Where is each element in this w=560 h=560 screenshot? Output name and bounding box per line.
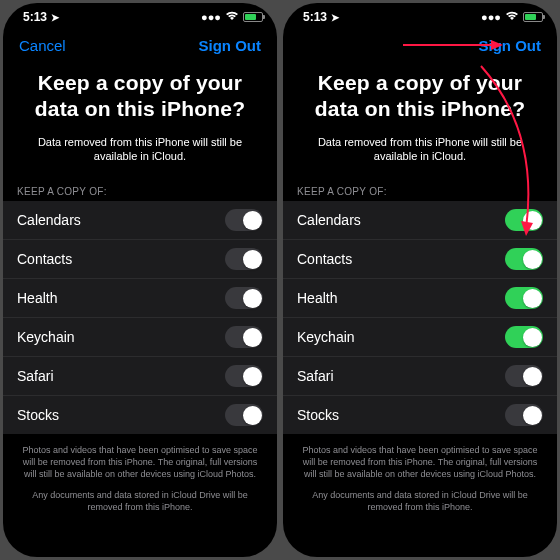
page-title: Keep a copy of your data on this iPhone?	[283, 60, 557, 135]
section-header: KEEP A COPY OF:	[283, 180, 557, 201]
section-header: KEEP A COPY OF:	[3, 180, 277, 201]
phone-left: 5:13 ➤ ●●● Cancel Sign Out Keep a copy o…	[3, 3, 277, 557]
list-item: Keychain	[283, 318, 557, 357]
toggle-switch[interactable]	[225, 365, 263, 387]
list-item: Calendars	[3, 201, 277, 240]
signout-button[interactable]: Sign Out	[199, 37, 262, 54]
item-label: Contacts	[17, 251, 72, 267]
list-item: Safari	[283, 357, 557, 396]
toggle-switch[interactable]	[505, 287, 543, 309]
toggle-switch[interactable]	[505, 365, 543, 387]
location-icon: ➤	[331, 12, 339, 23]
notch	[370, 3, 470, 21]
status-time: 5:13	[303, 10, 327, 24]
cancel-button[interactable]: Cancel	[19, 37, 66, 54]
page-subtitle: Data removed from this iPhone will still…	[283, 135, 557, 181]
toggle-switch[interactable]	[225, 287, 263, 309]
list-item: Safari	[3, 357, 277, 396]
item-label: Keychain	[17, 329, 75, 345]
list-item: Keychain	[3, 318, 277, 357]
footer-text: Photos and videos that have been optimis…	[3, 434, 277, 521]
list-item: Calendars	[283, 201, 557, 240]
list-item: Health	[283, 279, 557, 318]
location-icon: ➤	[51, 12, 59, 23]
toggle-switch[interactable]	[225, 209, 263, 231]
list-item: Stocks	[283, 396, 557, 434]
toggle-switch[interactable]	[225, 326, 263, 348]
wifi-icon	[225, 11, 239, 23]
battery-icon	[243, 12, 263, 22]
item-label: Stocks	[297, 407, 339, 423]
list-item: Contacts	[283, 240, 557, 279]
item-label: Health	[297, 290, 337, 306]
toggle-switch[interactable]	[225, 248, 263, 270]
item-label: Safari	[17, 368, 54, 384]
phone-right: 5:13 ➤ ●●● Cancel Sign Out Keep a copy o…	[283, 3, 557, 557]
footer-text: Photos and videos that have been optimis…	[283, 434, 557, 521]
toggle-switch[interactable]	[225, 404, 263, 426]
options-list-left: CalendarsContactsHealthKeychainSafariSto…	[3, 201, 277, 434]
list-item: Stocks	[3, 396, 277, 434]
signal-icon: ●●●	[201, 11, 221, 23]
item-label: Calendars	[17, 212, 81, 228]
nav-bar: Cancel Sign Out	[283, 31, 557, 60]
options-list-right: CalendarsContactsHealthKeychainSafariSto…	[283, 201, 557, 434]
item-label: Keychain	[297, 329, 355, 345]
item-label: Contacts	[297, 251, 352, 267]
wifi-icon	[505, 11, 519, 23]
notch	[90, 3, 190, 21]
page-title: Keep a copy of your data on this iPhone?	[3, 60, 277, 135]
battery-icon	[523, 12, 543, 22]
signout-button[interactable]: Sign Out	[479, 37, 542, 54]
toggle-switch[interactable]	[505, 209, 543, 231]
list-item: Health	[3, 279, 277, 318]
toggle-switch[interactable]	[505, 326, 543, 348]
toggle-switch[interactable]	[505, 248, 543, 270]
status-time: 5:13	[23, 10, 47, 24]
signal-icon: ●●●	[481, 11, 501, 23]
item-label: Health	[17, 290, 57, 306]
page-subtitle: Data removed from this iPhone will still…	[3, 135, 277, 181]
toggle-switch[interactable]	[505, 404, 543, 426]
item-label: Calendars	[297, 212, 361, 228]
nav-bar: Cancel Sign Out	[3, 31, 277, 60]
list-item: Contacts	[3, 240, 277, 279]
item-label: Safari	[297, 368, 334, 384]
item-label: Stocks	[17, 407, 59, 423]
